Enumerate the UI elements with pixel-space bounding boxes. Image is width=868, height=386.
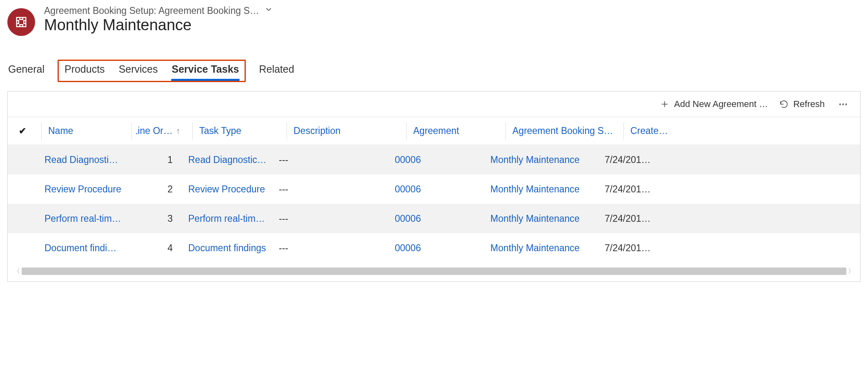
table-row[interactable]: Document findings4Document findings---00… xyxy=(8,233,860,263)
cell-name[interactable]: Document findings xyxy=(42,243,124,254)
subgrid-panel: Add New Agreement … Refresh ⋯ ✔ Name Lin… xyxy=(7,91,861,282)
cell-task-type[interactable]: Perform real-time insp xyxy=(186,213,272,224)
cell-line-order: 1 xyxy=(129,154,181,165)
tabs: General Products Services Service Tasks … xyxy=(7,60,861,82)
table-row[interactable]: Perform real-time insp3Perform real-time… xyxy=(8,204,860,233)
cell-abs[interactable]: Monthly Maintenance xyxy=(488,154,597,165)
chevron-down-icon xyxy=(264,5,273,16)
tab-services[interactable]: Services xyxy=(118,61,159,81)
sort-ascending-icon: ↑ xyxy=(176,126,180,136)
column-header-description[interactable]: Description xyxy=(291,121,402,141)
cell-agreement[interactable]: 00006 xyxy=(392,213,483,224)
cell-abs[interactable]: Monthly Maintenance xyxy=(488,184,597,195)
cell-name[interactable]: Perform real-time insp xyxy=(42,213,124,224)
cell-name[interactable]: Review Procedure xyxy=(42,184,124,195)
cell-created: 7/24/201… xyxy=(602,154,654,165)
add-new-button[interactable]: Add New Agreement … xyxy=(660,99,768,109)
svg-rect-0 xyxy=(17,18,26,27)
tab-general[interactable]: General xyxy=(7,61,45,81)
grid-header: ✔ Name Line Or… ↑ Task Type Description … xyxy=(8,117,860,145)
column-header-abs[interactable]: Agreement Booking S… xyxy=(510,121,619,141)
tab-service-tasks[interactable]: Service Tasks xyxy=(171,61,240,81)
column-header-task-type[interactable]: Task Type xyxy=(197,121,283,141)
cell-name[interactable]: Read Diagnostic Codes xyxy=(42,154,124,165)
breadcrumb[interactable]: Agreement Booking Setup: Agreement Booki… xyxy=(44,5,273,16)
plus-icon xyxy=(660,100,669,109)
refresh-button[interactable]: Refresh xyxy=(779,99,825,109)
cell-abs[interactable]: Monthly Maintenance xyxy=(488,243,597,254)
cell-agreement[interactable]: 00006 xyxy=(392,243,483,254)
cell-created: 7/24/201… xyxy=(602,213,654,224)
cell-description: --- xyxy=(276,184,387,195)
table-row[interactable]: Review Procedure2Review Procedure---0000… xyxy=(8,174,860,204)
add-new-label: Add New Agreement … xyxy=(674,99,768,109)
cell-description: --- xyxy=(276,243,387,254)
refresh-label: Refresh xyxy=(793,99,825,109)
horizontal-scrollbar[interactable]: 〈 〉 xyxy=(12,265,856,277)
select-all-column[interactable]: ✔ xyxy=(8,126,37,136)
more-commands-button[interactable]: ⋯ xyxy=(836,99,851,109)
cell-created: 7/24/201… xyxy=(602,243,654,254)
column-header-line-order[interactable]: Line Or… ↑ xyxy=(136,121,188,141)
cell-task-type[interactable]: Document findings xyxy=(186,243,272,254)
cell-task-type[interactable]: Read Diagnostic Codes xyxy=(186,154,272,165)
cell-line-order: 4 xyxy=(129,243,181,254)
column-header-created[interactable]: Create… xyxy=(628,121,679,141)
column-header-agreement[interactable]: Agreement xyxy=(411,121,501,141)
check-icon: ✔ xyxy=(19,126,26,136)
cell-created: 7/24/201… xyxy=(602,184,654,195)
scroll-right-icon[interactable]: 〉 xyxy=(846,267,856,276)
cell-line-order: 2 xyxy=(129,184,181,195)
tab-related[interactable]: Related xyxy=(258,61,295,81)
cell-description: --- xyxy=(276,154,387,165)
grid-toolbar: Add New Agreement … Refresh ⋯ xyxy=(8,91,860,117)
annotation-highlight: Products Services Service Tasks xyxy=(58,60,246,82)
scroll-left-icon[interactable]: 〈 xyxy=(12,267,22,276)
entity-icon xyxy=(7,8,35,36)
tab-products[interactable]: Products xyxy=(64,61,106,81)
breadcrumb-label: Agreement Booking Setup: Agreement Booki… xyxy=(44,5,259,16)
scroll-track[interactable] xyxy=(22,268,846,275)
refresh-icon xyxy=(779,100,788,109)
grid-body: Read Diagnostic Codes1Read Diagnostic Co… xyxy=(8,145,860,263)
cell-agreement[interactable]: 00006 xyxy=(392,154,483,165)
cell-abs[interactable]: Monthly Maintenance xyxy=(488,213,597,224)
cell-task-type[interactable]: Review Procedure xyxy=(186,184,272,195)
column-header-name[interactable]: Name xyxy=(46,121,127,141)
cell-line-order: 3 xyxy=(129,213,181,224)
table-row[interactable]: Read Diagnostic Codes1Read Diagnostic Co… xyxy=(8,145,860,174)
column-header-line-order-label: Line Or… xyxy=(136,125,173,136)
cell-agreement[interactable]: 00006 xyxy=(392,184,483,195)
cell-description: --- xyxy=(276,213,387,224)
page-title: Monthly Maintenance xyxy=(44,17,273,33)
